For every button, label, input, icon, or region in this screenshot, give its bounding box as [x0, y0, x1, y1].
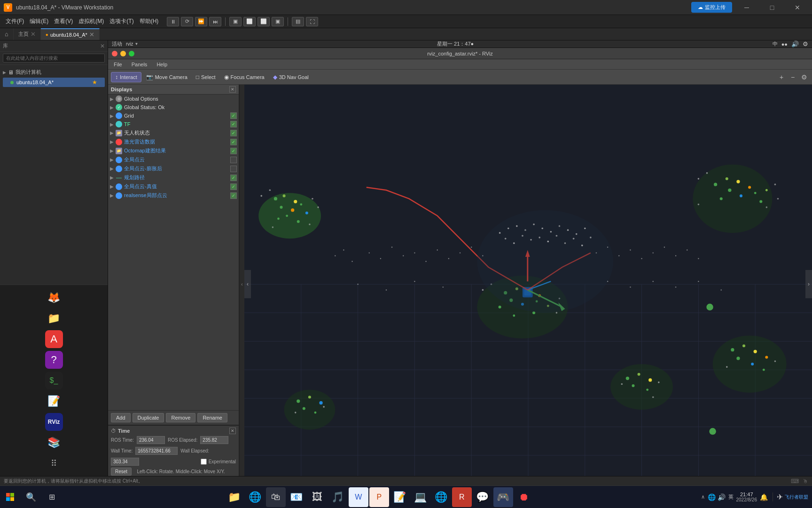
files-icon[interactable]: 📁 — [45, 310, 63, 327]
global-pc-checkbox[interactable] — [230, 157, 237, 163]
taskbar-game[interactable]: 🎮 — [493, 487, 513, 507]
taskbar-terminal[interactable]: 💻 — [411, 487, 430, 507]
menu-help[interactable]: 帮助(H) — [137, 16, 162, 26]
taskbar-photos[interactable]: 🖼 — [307, 487, 327, 507]
display-item-global-status[interactable]: ▶ ✓ Global Status: Ok — [108, 103, 239, 111]
octomap-checkbox[interactable]: ✓ — [230, 148, 237, 154]
display-item-truth-pc[interactable]: ▶ 全局点云-真值 ✓ — [108, 182, 239, 191]
activity-label[interactable]: 活动 — [112, 40, 122, 48]
rviz-max-btn[interactable] — [129, 51, 134, 56]
taskbar-notepad[interactable]: 📝 — [390, 487, 410, 507]
rviz-icon[interactable]: RViz — [45, 413, 63, 431]
terminal-icon[interactable]: $_ — [45, 372, 63, 389]
ros-elapsed-value[interactable] — [200, 436, 228, 444]
lidar-checkbox[interactable]: ✓ — [230, 139, 237, 145]
taskbar-ros[interactable]: R — [452, 487, 472, 507]
taskbar-clock[interactable]: 21:47 2022/8/26 — [736, 492, 757, 502]
tool-btn-8[interactable]: ▣ — [272, 17, 284, 26]
display-item-lidar[interactable]: ▶ 激光雷达数据 ✓ — [108, 137, 239, 146]
drone-checkbox[interactable]: ✓ — [230, 130, 237, 136]
firefox-icon[interactable]: 🦊 — [45, 289, 63, 307]
tf-checkbox[interactable]: ✓ — [230, 121, 237, 127]
display-item-tf[interactable]: ▶ TF ✓ — [108, 120, 239, 128]
wall-time-value[interactable] — [135, 447, 178, 455]
close-button[interactable]: ✕ — [787, 0, 808, 15]
notes-icon[interactable]: 📝 — [45, 392, 63, 410]
reset-button[interactable]: Reset — [111, 468, 132, 476]
inflated-checkbox[interactable] — [230, 166, 237, 172]
layers-icon[interactable]: 📚 — [45, 434, 63, 452]
path-checkbox[interactable]: ✓ — [230, 175, 237, 181]
experimental-checkbox[interactable] — [201, 459, 207, 465]
wall-elapsed-value[interactable] — [111, 458, 139, 466]
taskbar-discord[interactable]: 💬 — [473, 487, 492, 507]
taskbar-edge[interactable]: 🌐 — [245, 487, 265, 507]
rviz-close-btn[interactable] — [112, 51, 117, 56]
zoom-out-btn[interactable]: − — [788, 72, 798, 82]
taskbar-music[interactable]: 🎵 — [328, 487, 348, 507]
task-view-button[interactable]: ⊞ — [41, 486, 62, 508]
taskbar-store[interactable]: 🛍 — [266, 487, 286, 507]
display-item-path[interactable]: ▶ — 规划路径 ✓ — [108, 173, 239, 182]
apps-grid-icon[interactable]: ⠿ — [45, 454, 63, 472]
settings-icon[interactable]: ⚙ — [803, 40, 808, 48]
tool-btn-10[interactable]: ⛶ — [306, 17, 318, 26]
tool-btn-5[interactable]: ▣ — [229, 17, 242, 26]
add-display-button[interactable]: Add — [111, 413, 131, 422]
menu-file[interactable]: 文件(F) — [3, 16, 27, 26]
menu-vm[interactable]: 虚拟机(M) — [76, 16, 107, 26]
sidebar-close[interactable]: ✕ — [100, 43, 105, 49]
ros-time-value[interactable] — [137, 436, 165, 444]
rviz-indicator[interactable]: rviz ▼ — [126, 41, 138, 47]
truth-pc-checkbox[interactable]: ✓ — [230, 183, 237, 190]
realsense-checkbox[interactable]: ✓ — [230, 192, 237, 199]
tool-btn-2[interactable]: ⟳ — [181, 17, 193, 26]
vm-tab-close[interactable]: ✕ — [89, 31, 94, 38]
focus-camera-button[interactable]: ◉ Focus Camera — [220, 72, 268, 82]
viewport-left-arrow[interactable]: ‹ — [244, 270, 251, 298]
restore-button[interactable]: □ — [761, 0, 783, 15]
tab-home[interactable]: 主页 ✕ — [14, 28, 41, 40]
interact-tool-button[interactable]: ↕ Interact — [111, 72, 141, 82]
tray-expand[interactable]: ∧ — [700, 493, 706, 501]
panel-collapse-handle[interactable]: ‹ — [240, 85, 244, 476]
display-item-global-options[interactable]: ▶ ⚙ Global Options — [108, 95, 239, 103]
tool-btn-4[interactable]: ⏭ — [209, 17, 221, 26]
taskbar-record[interactable]: ⏺ — [514, 487, 534, 507]
pause-button[interactable]: ⏸ — [167, 17, 179, 26]
start-button[interactable] — [0, 486, 21, 508]
menu-view[interactable]: 查看(V) — [51, 16, 76, 26]
viewport-right-arrow[interactable]: › — [805, 270, 812, 298]
taskbar-ppt[interactable]: P — [369, 487, 389, 507]
minimize-button[interactable]: ─ — [736, 0, 757, 15]
search-button[interactable]: 🔍 — [21, 486, 41, 508]
taskbar-mail[interactable]: 📧 — [287, 487, 306, 507]
duplicate-display-button[interactable]: Duplicate — [133, 413, 164, 422]
viewport-3d[interactable]: ‹ › — [244, 85, 812, 476]
tray-volume[interactable]: 🔊 — [718, 493, 726, 501]
displays-collapse-btn[interactable]: ✕ — [229, 86, 236, 93]
tool-btn-9[interactable]: ▤ — [292, 17, 304, 26]
tray-lang[interactable]: 英 — [727, 492, 734, 501]
display-item-octomap[interactable]: ▶ 📁 Octomap建图结果 ✓ — [108, 146, 239, 155]
display-item-realsense[interactable]: ▶ realsense局部点云 ✓ — [108, 191, 239, 200]
tray-network[interactable]: 🌐 — [708, 493, 716, 501]
volume-icon[interactable]: 🔊 — [791, 40, 799, 48]
tool-btn-6[interactable]: ⬜ — [243, 17, 256, 26]
select-tool-button[interactable]: □ Select — [192, 72, 219, 82]
zoom-in-btn[interactable]: + — [776, 72, 787, 82]
time-close-btn[interactable]: ✕ — [229, 428, 236, 434]
remove-display-button[interactable]: Remove — [166, 413, 195, 422]
text-editor-icon[interactable]: A — [45, 330, 63, 348]
nav3d-button[interactable]: ◆ 3D Nav Goal — [269, 72, 312, 82]
rviz-menu-help[interactable]: Help — [155, 61, 169, 68]
notification-btn[interactable]: 🔔 — [759, 492, 769, 502]
taskbar-browser[interactable]: 🌐 — [431, 487, 451, 507]
help-icon[interactable]: ? — [45, 351, 63, 369]
display-item-inflated-pc[interactable]: ▶ 全局点云-膨胀后 — [108, 164, 239, 173]
display-item-global-pc[interactable]: ▶ 全局点云 — [108, 155, 239, 164]
upload-button[interactable]: ☁ 监控上传 — [691, 2, 732, 13]
display-item-grid[interactable]: ▶ Grid ✓ — [108, 111, 239, 120]
taskbar-word[interactable]: W — [349, 487, 368, 507]
move-camera-button[interactable]: 📷 Move Camera — [142, 72, 191, 82]
